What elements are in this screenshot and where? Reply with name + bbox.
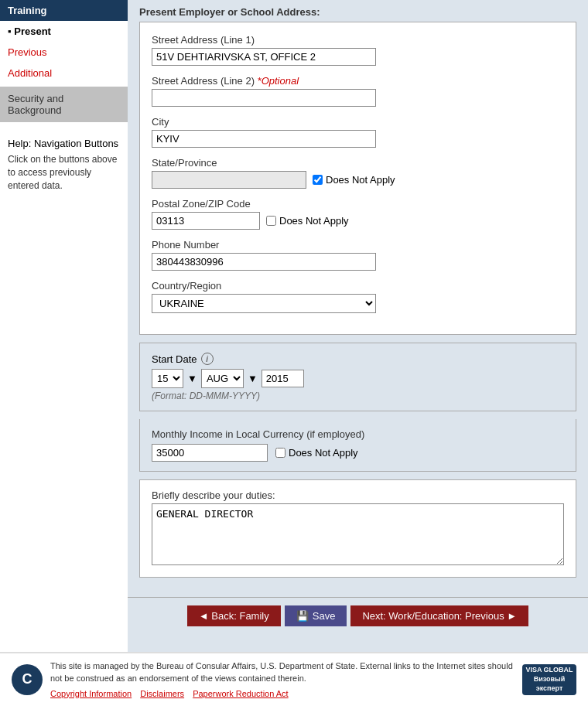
postal-group: Postal Zone/ZIP Code Does Not Apply [152, 198, 564, 230]
footer-text-block: This site is managed by the Bureau of Co… [50, 660, 514, 701]
street2-input[interactable] [152, 89, 376, 107]
month-select[interactable]: AUG JANFEBMARAPR MAYJUNJUL SEPOCTNOVDEC [201, 369, 244, 388]
form-header: Present Employer or School Address: [128, 0, 588, 18]
footer-brand: VISA GLOBALВизовый эксперт [522, 664, 576, 695]
sidebar-item-present[interactable]: Present [0, 21, 128, 42]
sidebar: Training Present Previous Additional Sec… [0, 0, 128, 652]
city-input[interactable] [152, 130, 376, 148]
help-title: Help: Navigation Buttons [8, 138, 120, 149]
date-section: Start Date i 15 12345 678910 11121314 16… [139, 343, 576, 411]
phone-input[interactable] [152, 253, 376, 271]
sidebar-item-additional[interactable]: Additional [0, 63, 128, 84]
sidebar-item-previous[interactable]: Previous [0, 42, 128, 63]
next-button[interactable]: Next: Work/Education: Previous ► [350, 605, 528, 626]
date-row: 15 12345 678910 11121314 1617181920 2122… [152, 369, 564, 388]
phone-label: Phone Number [152, 239, 564, 251]
day-select[interactable]: 15 12345 678910 11121314 1617181920 2122… [152, 369, 183, 388]
footer-links: Copyright Information Disclaimers Paperw… [50, 687, 514, 701]
income-input[interactable] [152, 444, 268, 462]
save-button[interactable]: 💾 Save [285, 605, 347, 626]
sidebar-item-security[interactable]: Security and Background [0, 87, 128, 122]
help-section: Help: Navigation Buttons Click on the bu… [0, 130, 128, 200]
city-group: City [152, 116, 564, 148]
disclaimers-link[interactable]: Disclaimers [140, 689, 184, 698]
state-row: Does Not Apply [152, 171, 564, 189]
street2-label: Street Address (Line 2) *Optional [152, 75, 564, 87]
phone-group: Phone Number [152, 239, 564, 271]
paperwork-link[interactable]: Paperwork Reduction Act [193, 689, 289, 698]
income-dna-label: Does Not Apply [275, 447, 358, 459]
state-dna-label: Does Not Apply [313, 174, 395, 186]
state-input[interactable] [152, 171, 306, 189]
duties-section: Briefly describe your duties: GENERAL DI… [139, 479, 576, 578]
info-icon: i [201, 353, 214, 365]
street1-label: Street Address (Line 1) [152, 34, 564, 46]
footer-logo: C [12, 664, 43, 695]
duties-label: Briefly describe your duties: [152, 489, 564, 501]
duties-textarea[interactable]: GENERAL DIRECTOR [152, 503, 564, 565]
main-content: Training Present Previous Additional Sec… [0, 0, 588, 652]
country-group: Country/Region UKRAINE UNITED STATES OTH… [152, 280, 564, 313]
date-label: Start Date i [152, 353, 564, 365]
income-label: Monthly Income in Local Currency (if emp… [152, 428, 564, 440]
income-row: Does Not Apply [152, 444, 564, 462]
bottom-nav: ◄ Back: Family 💾 Save Next: Work/Educati… [128, 597, 588, 634]
street1-group: Street Address (Line 1) [152, 34, 564, 66]
address-card: Street Address (Line 1) Street Address (… [139, 22, 576, 335]
footer-brand-logo: VISA GLOBALВизовый эксперт [522, 664, 576, 695]
postal-row: Does Not Apply [152, 212, 564, 230]
postal-label: Postal Zone/ZIP Code [152, 198, 564, 210]
income-dna-checkbox[interactable] [275, 448, 285, 458]
sidebar-training-header: Training [0, 0, 128, 21]
postal-dna-checkbox[interactable] [266, 216, 276, 226]
form-area: Present Employer or School Address: Stre… [128, 0, 588, 652]
copyright-link[interactable]: Copyright Information [50, 689, 132, 698]
year-input[interactable] [262, 370, 304, 387]
save-icon: 💾 [296, 610, 309, 622]
back-button[interactable]: ◄ Back: Family [187, 605, 281, 626]
country-select[interactable]: UKRAINE UNITED STATES OTHER [152, 294, 376, 313]
country-label: Country/Region [152, 280, 564, 292]
street1-input[interactable] [152, 48, 376, 66]
street2-group: Street Address (Line 2) *Optional [152, 75, 564, 107]
day-arrow-icon: ▼ [187, 373, 197, 384]
footer: C This site is managed by the Bureau of … [0, 652, 588, 707]
date-format-hint: (Format: DD-MMM-YYYY) [152, 391, 564, 401]
postal-dna-label: Does Not Apply [266, 215, 349, 227]
state-dna-checkbox[interactable] [313, 175, 323, 185]
help-text: Click on the buttons above to access pre… [8, 153, 120, 192]
page-wrapper: Training Present Previous Additional Sec… [0, 0, 588, 706]
state-group: State/Province Does Not Apply [152, 157, 564, 189]
postal-input[interactable] [152, 212, 260, 230]
city-label: City [152, 116, 564, 128]
state-label: State/Province [152, 157, 564, 169]
income-section: Monthly Income in Local Currency (if emp… [139, 419, 576, 472]
month-arrow-icon: ▼ [248, 373, 258, 384]
